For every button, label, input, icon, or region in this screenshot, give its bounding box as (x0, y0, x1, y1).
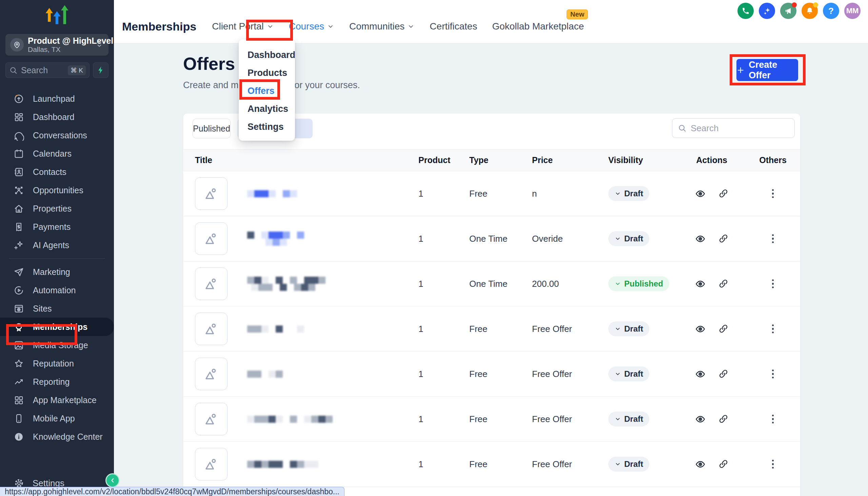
chevron-down-icon (615, 461, 621, 467)
copy-link-icon[interactable] (718, 188, 728, 198)
sidebar-item-launchpad[interactable]: Launchpad (0, 90, 114, 108)
chevron-down-icon (615, 280, 621, 287)
offer-actions (678, 324, 746, 334)
sidebar-item-marketing[interactable]: Marketing (0, 263, 114, 281)
tab-published[interactable]: Published (192, 119, 231, 138)
more-options-kebab[interactable] (768, 324, 778, 334)
sidebar-item-dashboard[interactable]: Dashboard (0, 108, 114, 126)
search-shortcut-badge: ⌘ K (68, 65, 86, 75)
location-city: Dallas, TX (28, 45, 60, 53)
copy-link-icon[interactable] (718, 459, 728, 469)
more-options-kebab[interactable] (768, 415, 778, 424)
more-options-kebab[interactable] (768, 370, 778, 379)
offer-type: One Time (469, 234, 532, 244)
offer-type: Free (469, 369, 532, 379)
offer-title-cell[interactable] (195, 267, 418, 300)
visibility-dropdown[interactable]: Draft (608, 186, 649, 201)
sidebar-item-mobile-app[interactable]: Mobile App (0, 409, 114, 428)
dropdown-item-offers[interactable]: Offers (239, 82, 295, 100)
chevron-down-icon (615, 325, 621, 332)
visibility-dropdown[interactable]: Published (608, 276, 669, 291)
copy-link-icon[interactable] (718, 369, 728, 379)
sidebar-item-conversations[interactable]: Conversations (0, 126, 114, 144)
offer-title-cell[interactable] (195, 177, 418, 210)
redacted-offer-title (247, 416, 332, 423)
more-options-kebab[interactable] (768, 189, 778, 198)
sidebar-item-memberships[interactable]: Memberships (0, 318, 114, 336)
search-icon (9, 66, 18, 75)
sidebar-item-sites[interactable]: Sites (0, 299, 114, 318)
question-icon: ? (828, 6, 834, 16)
copy-link-icon[interactable] (718, 234, 728, 244)
offer-title-cell[interactable] (195, 403, 418, 435)
sidebar-item-ai-agents[interactable]: AI Agents (0, 236, 114, 254)
location-switcher[interactable]: Product @ HighLevel Dallas, TX (5, 34, 108, 56)
preview-eye-icon[interactable] (695, 414, 706, 424)
visibility-dropdown[interactable]: Draft (608, 321, 649, 336)
table-row: 1 Free Free Offer Draft (183, 307, 800, 352)
tab-certificates[interactable]: Certificates (430, 21, 477, 32)
more-options-kebab[interactable] (768, 234, 778, 244)
copy-link-icon[interactable] (718, 324, 728, 334)
redacted-offer-title (247, 232, 304, 246)
more-options-kebab[interactable] (768, 460, 778, 469)
phone-button[interactable] (738, 3, 754, 19)
preview-eye-icon[interactable] (695, 459, 706, 469)
visibility-dropdown[interactable]: Draft (608, 367, 649, 382)
sidebar-item-knowledge-center[interactable]: Knowledge Center (0, 428, 114, 446)
copy-link-icon[interactable] (718, 414, 728, 424)
copy-link-icon[interactable] (718, 279, 728, 289)
sparkle-icon (762, 6, 772, 16)
visibility-dropdown[interactable]: Draft (608, 412, 649, 427)
dropdown-item-dashboard[interactable]: Dashboard (239, 46, 295, 64)
sidebar: Product @ HighLevel Dallas, TX Search ⌘ … (0, 0, 114, 496)
tab-communities[interactable]: Communities (349, 21, 415, 32)
sidebar-item-media-storage[interactable]: Media Storage (0, 336, 114, 354)
sidebar-search-input[interactable]: Search ⌘ K (5, 62, 90, 78)
tab-client-portal[interactable]: Client Portal (212, 21, 274, 32)
offer-title-cell[interactable] (195, 358, 418, 390)
sidebar-item-reporting[interactable]: Reporting (0, 373, 114, 391)
preview-eye-icon[interactable] (695, 369, 706, 379)
sidebar-divider (9, 258, 105, 259)
avatar[interactable]: MM (844, 3, 861, 19)
app-marketplace-icon (14, 395, 24, 405)
create-offer-button[interactable]: Create Offer (737, 59, 798, 81)
megaphone-icon (784, 6, 793, 15)
ai-assistant-button[interactable] (759, 3, 775, 19)
sidebar-item-payments[interactable]: Payments (0, 218, 114, 236)
offer-title-cell[interactable] (195, 313, 418, 345)
preview-eye-icon[interactable] (695, 324, 706, 334)
offer-title-cell[interactable] (195, 222, 418, 255)
visibility-dropdown[interactable]: Draft (608, 457, 649, 471)
dropdown-item-settings[interactable]: Settings (239, 118, 295, 136)
preview-eye-icon[interactable] (695, 234, 706, 244)
sidebar-collapse-button[interactable] (106, 473, 120, 487)
quick-actions-button[interactable] (93, 62, 108, 78)
sidebar-item-automation[interactable]: Automation (0, 281, 114, 299)
sidebar-item-reputation[interactable]: Reputation (0, 354, 114, 373)
sidebar-item-contacts[interactable]: Contacts (0, 163, 114, 181)
sidebar-item-opportunities[interactable]: Opportunities (0, 181, 114, 199)
new-badge: New (567, 10, 588, 19)
notifications-button[interactable] (802, 3, 818, 19)
announcements-button[interactable] (780, 3, 796, 19)
sidebar-item-calendars[interactable]: Calendars (0, 144, 114, 163)
offer-title-cell[interactable] (195, 448, 418, 480)
offers-search-input[interactable]: Search (672, 118, 795, 138)
offer-type: Free (469, 459, 532, 469)
sidebar-item-properties[interactable]: Properties (0, 199, 114, 218)
visibility-dropdown[interactable]: Draft (608, 231, 649, 246)
preview-eye-icon[interactable] (695, 188, 706, 199)
help-button[interactable]: ? (823, 3, 839, 19)
dropdown-item-analytics[interactable]: Analytics (239, 100, 295, 118)
tab-gokollab[interactable]: Gokollab Marketplace New (492, 21, 584, 32)
courses-dropdown-menu: DashboardProductsOffersAnalyticsSettings (239, 39, 295, 141)
preview-eye-icon[interactable] (695, 279, 706, 289)
sites-icon (14, 304, 24, 314)
dropdown-item-products[interactable]: Products (239, 64, 295, 82)
mobile-app-icon (14, 413, 24, 424)
sidebar-item-app-marketplace[interactable]: App Marketplace (0, 391, 114, 409)
tab-courses[interactable]: Courses (289, 21, 334, 32)
more-options-kebab[interactable] (768, 279, 778, 289)
